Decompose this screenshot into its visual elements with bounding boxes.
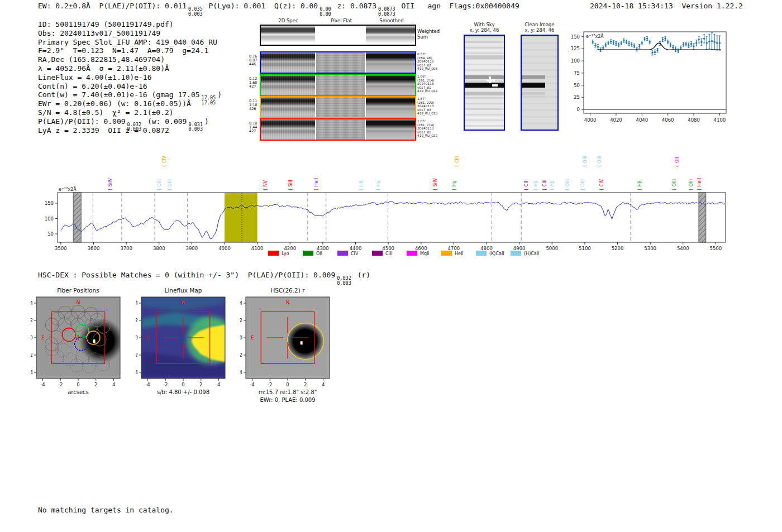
data-point (631, 44, 632, 45)
text-segment: RA,Dec (165.822815,48.469704) (38, 55, 165, 64)
data-point (592, 41, 594, 43)
info-line: Cont(n) = 6.20(±0.04)e-16 (38, 82, 222, 91)
text-segment: Obs: 20240113v017_5001191749 (38, 29, 160, 37)
panel-caption: EWr: 0, PLAE: 0.009 (260, 397, 315, 403)
x-tick-label: -2 (268, 382, 272, 387)
weighted-2d-spec-image (261, 26, 315, 45)
data-point (607, 42, 609, 44)
emission-line-label: { OIII (168, 179, 173, 191)
row-pixel-flat-image (316, 119, 365, 140)
x-tick-label: 4080 (688, 117, 700, 123)
text-segment: P(Lyα): 0.001 Q(z): 0.00 (204, 2, 318, 10)
compass-north-label: N (77, 300, 80, 305)
emission-line-label: { NV (263, 180, 268, 191)
y-tick-label: 50 (574, 83, 580, 88)
right-label-line: 20240113 (417, 60, 450, 64)
right-label-line: (281, 214) (417, 123, 450, 127)
y-tick-label: 0 (136, 335, 138, 341)
stacked-uncertainty: 0.0320.003 (337, 276, 351, 285)
data-point (670, 44, 671, 46)
x-tick-label: 5300 (644, 246, 656, 251)
legend-label: (H)CaII (524, 251, 539, 256)
emission-line-label: { Hδ (359, 180, 364, 191)
right-label-line: (281, 223) (417, 101, 450, 105)
data-point (641, 42, 643, 44)
x-tick-label: 4020 (610, 117, 622, 123)
emission-line-label: { SiIV (433, 178, 438, 191)
y-tick-label: 100 (45, 216, 54, 222)
y-tick-label: -4 (240, 370, 242, 375)
text-segment: F=2.9" T=0.123 N=1.47 A=0.79 g=24.1 (38, 46, 208, 55)
x-tick-label: -4 (40, 382, 45, 387)
x-tick-label: -2 (163, 382, 168, 387)
data-point (621, 42, 622, 44)
data-point (693, 45, 694, 47)
legend-swatch (337, 251, 348, 256)
emission-line-label: { CIV (162, 155, 167, 167)
right-label-line: 419_RU_003 (417, 67, 450, 71)
x-tick-label: 2 (94, 382, 97, 387)
data-point (594, 45, 596, 46)
row-left-labels: 0.121.60427 (249, 77, 259, 89)
cosmic-artifact (489, 76, 491, 83)
clean-image-title: Clean Image x, y: 284, 46 (517, 22, 562, 33)
row-left-labels: 0.101.44427 (249, 122, 259, 134)
x-tick-label: 4000 (218, 246, 231, 251)
row-right-labels: 1.06"(281, 214)20240113v017_01419_RU_022 (417, 75, 450, 93)
right-label-line: (281, 214) (417, 79, 450, 83)
data-point (719, 42, 721, 44)
left-label-line: 426 (249, 107, 259, 111)
col-header-pixel-flat: Pixel Flat (331, 18, 352, 23)
emission-line-label: { OIII (689, 179, 694, 191)
y-tick-label: 0 (240, 335, 242, 341)
data-point (711, 40, 713, 42)
x-tick-label: 5200 (612, 246, 624, 251)
cosmic-artifact (492, 84, 498, 87)
x-tick-label: 4040 (636, 117, 648, 123)
right-label-line: 20240113 (417, 127, 450, 131)
emission-line-label: { CIII (542, 180, 547, 191)
weighted-pixel-flat-image (316, 26, 365, 45)
lower-value: 17.05 (202, 100, 216, 106)
x-tick-label: -4 (250, 382, 254, 387)
y-tick-label: 4 (31, 300, 33, 306)
info-line: λ = 4052.96Å σ = 2.11(±0.80)Å (38, 64, 222, 73)
data-point (646, 37, 648, 39)
emission-line-label: { Hβ (533, 180, 538, 191)
fiber-positions-panel: -4-4-2-2002244Fiber PositionsNEarcsecs (31, 285, 140, 416)
y-tick-label: -2 (31, 352, 33, 358)
data-point (623, 40, 624, 41)
emission-line-label: { OIII (157, 179, 162, 191)
right-label-line: 0.53" (417, 52, 450, 56)
left-label-line: 427 (249, 130, 259, 133)
panel-caption: m:15.7 re:1.8" s:2.8" (259, 389, 317, 395)
row-left-labels: 0.160.87446 (249, 55, 259, 67)
text-segment: P(LAE)/P(OII): 0.009 (38, 117, 126, 126)
right-label-line: v017_02 (417, 64, 450, 68)
timestamp: 2024-10-18 15:34:13 (590, 2, 673, 10)
col-header-smoothed: Smoothed (379, 18, 403, 23)
legend-label: OII (316, 251, 322, 256)
cutout-row (260, 51, 416, 74)
right-label-line: v017_03 (417, 108, 450, 112)
x-tick-label: 4800 (480, 246, 493, 251)
right-label-line: (284, 46) (417, 56, 450, 60)
note-line: No matching targets in catalog. (38, 506, 174, 515)
y-tick-label: 2 (240, 318, 242, 323)
data-point (628, 42, 630, 44)
x-tick-label: -4 (145, 382, 150, 387)
legend-swatch (441, 251, 452, 256)
right-label-line: 419_RU_023 (417, 112, 450, 116)
row-smoothed-image (366, 75, 415, 95)
compass-north-label: N (286, 300, 290, 305)
catalog-notes: No matching targets in catalog. Row inte… (38, 488, 174, 532)
spec2d-cutout-grid: 2D Spec Pixel Flat Smoothed Weighted Sum… (249, 16, 450, 145)
emission-line-label: { OIII (565, 179, 570, 191)
sky-band (465, 55, 504, 59)
spacer (673, 2, 682, 10)
legend-label: HeII (455, 251, 464, 256)
x-tick-label: 4300 (317, 246, 329, 251)
y-tick-label: 25 (574, 94, 580, 100)
y-tick-label: 150 (45, 200, 54, 206)
x-tick-label: 4900 (513, 246, 526, 251)
